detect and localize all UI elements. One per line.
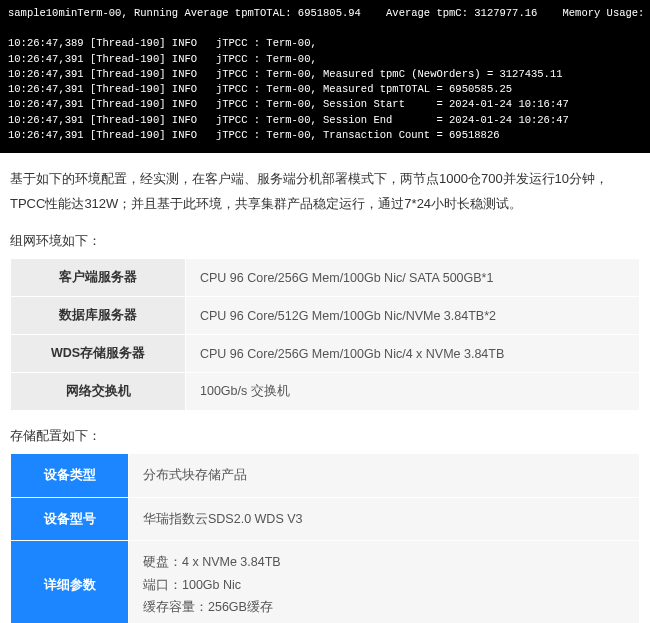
table-row: 详细参数硬盘：4 x NVMe 3.84TB端口：100Gb Nic缓存容量：2… — [11, 541, 640, 623]
storage-row-label: 设备型号 — [11, 497, 129, 541]
env-row-value: CPU 96 Core/512G Mem/100Gb Nic/NVMe 3.84… — [186, 297, 640, 335]
storage-row-label: 详细参数 — [11, 541, 129, 623]
env-section-title: 组网环境如下： — [10, 232, 640, 250]
env-row-value: CPU 96 Core/256G Mem/100Gb Nic/ SATA 500… — [186, 259, 640, 297]
table-row: 客户端服务器CPU 96 Core/256G Mem/100Gb Nic/ SA… — [11, 259, 640, 297]
storage-row-label: 设备类型 — [11, 454, 129, 498]
description-paragraph: 基于如下的环境配置，经实测，在客户端、服务端分机部署模式下，两节点1000仓70… — [10, 167, 640, 216]
env-row-value: CPU 96 Core/256G Mem/100Gb Nic/4 x NVMe … — [186, 335, 640, 373]
storage-row-value: 硬盘：4 x NVMe 3.84TB端口：100Gb Nic缓存容量：256GB… — [129, 541, 640, 623]
env-row-label: 网络交换机 — [11, 373, 186, 411]
env-row-value: 100Gb/s 交换机 — [186, 373, 640, 411]
table-row: 设备类型分布式块存储产品 — [11, 454, 640, 498]
table-row: 设备型号华瑞指数云SDS2.0 WDS V3 — [11, 497, 640, 541]
env-table: 客户端服务器CPU 96 Core/256G Mem/100Gb Nic/ SA… — [10, 258, 640, 411]
table-row: 网络交换机100Gb/s 交换机 — [11, 373, 640, 411]
storage-row-value: 分布式块存储产品 — [129, 454, 640, 498]
terminal-output: sample10minTerm-00, Running Average tpmT… — [0, 0, 650, 153]
env-row-label: 客户端服务器 — [11, 259, 186, 297]
table-row: WDS存储服务器CPU 96 Core/256G Mem/100Gb Nic/4… — [11, 335, 640, 373]
storage-section-title: 存储配置如下： — [10, 427, 640, 445]
env-row-label: 数据库服务器 — [11, 297, 186, 335]
storage-row-value: 华瑞指数云SDS2.0 WDS V3 — [129, 497, 640, 541]
env-row-label: WDS存储服务器 — [11, 335, 186, 373]
storage-table: 设备类型分布式块存储产品设备型号华瑞指数云SDS2.0 WDS V3详细参数硬盘… — [10, 453, 640, 623]
table-row: 数据库服务器CPU 96 Core/512G Mem/100Gb Nic/NVM… — [11, 297, 640, 335]
